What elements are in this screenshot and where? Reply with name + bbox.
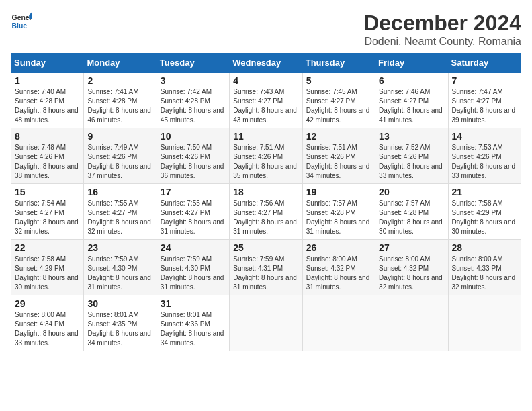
day-detail: Sunrise: 7:48 AMSunset: 4:26 PMDaylight:… xyxy=(15,143,80,181)
calendar-cell xyxy=(302,295,375,351)
calendar-week-row: 29 Sunrise: 8:00 AMSunset: 4:34 PMDaylig… xyxy=(11,295,521,351)
day-detail: Sunrise: 7:51 AMSunset: 4:26 PMDaylight:… xyxy=(233,143,298,181)
day-number: 24 xyxy=(161,242,226,253)
calendar-cell: 13 Sunrise: 7:52 AMSunset: 4:26 PMDaylig… xyxy=(375,128,448,184)
calendar-cell: 9 Sunrise: 7:49 AMSunset: 4:26 PMDayligh… xyxy=(84,128,157,184)
calendar-week-row: 15 Sunrise: 7:54 AMSunset: 4:27 PMDaylig… xyxy=(11,184,521,240)
day-number: 14 xyxy=(452,131,517,142)
day-number: 6 xyxy=(379,75,444,86)
calendar-cell: 25 Sunrise: 7:59 AMSunset: 4:31 PMDaylig… xyxy=(230,240,302,295)
day-number: 25 xyxy=(233,242,298,253)
day-number: 12 xyxy=(306,131,371,142)
day-detail: Sunrise: 7:40 AMSunset: 4:28 PMDaylight:… xyxy=(15,87,80,125)
calendar-cell: 15 Sunrise: 7:54 AMSunset: 4:27 PMDaylig… xyxy=(11,184,84,240)
calendar-header-monday: Monday xyxy=(84,54,157,73)
day-number: 30 xyxy=(87,298,152,309)
calendar-cell: 3 Sunrise: 7:42 AMSunset: 4:28 PMDayligh… xyxy=(157,73,229,128)
day-number: 5 xyxy=(306,75,371,86)
calendar-header-thursday: Thursday xyxy=(302,54,375,73)
calendar-cell: 22 Sunrise: 7:58 AMSunset: 4:29 PMDaylig… xyxy=(11,240,84,295)
calendar-cell: 14 Sunrise: 7:53 AMSunset: 4:26 PMDaylig… xyxy=(448,128,521,184)
calendar-cell xyxy=(448,295,521,351)
day-detail: Sunrise: 7:57 AMSunset: 4:28 PMDaylight:… xyxy=(306,199,371,236)
calendar-cell: 12 Sunrise: 7:51 AMSunset: 4:26 PMDaylig… xyxy=(302,128,375,184)
calendar-cell: 5 Sunrise: 7:45 AMSunset: 4:27 PMDayligh… xyxy=(302,73,375,128)
calendar-cell xyxy=(230,295,302,351)
day-number: 8 xyxy=(15,131,80,142)
location-title: Dodeni, Neamt County, Romania xyxy=(363,36,521,48)
calendar-header-friday: Friday xyxy=(375,54,448,73)
calendar-cell: 28 Sunrise: 8:00 AMSunset: 4:33 PMDaylig… xyxy=(448,240,521,295)
day-detail: Sunrise: 8:01 AMSunset: 4:35 PMDaylight:… xyxy=(87,310,152,348)
day-number: 9 xyxy=(87,131,152,142)
day-number: 11 xyxy=(233,131,298,142)
calendar-cell: 20 Sunrise: 7:57 AMSunset: 4:28 PMDaylig… xyxy=(375,184,448,240)
calendar-cell: 10 Sunrise: 7:50 AMSunset: 4:26 PMDaylig… xyxy=(157,128,229,184)
calendar-table: SundayMondayTuesdayWednesdayThursdayFrid… xyxy=(11,53,521,351)
day-number: 26 xyxy=(306,242,371,253)
calendar-cell: 29 Sunrise: 8:00 AMSunset: 4:34 PMDaylig… xyxy=(11,295,84,351)
page-header: General Blue December 2024 Dodeni, Neamt… xyxy=(11,11,521,48)
day-detail: Sunrise: 8:00 AMSunset: 4:33 PMDaylight:… xyxy=(452,255,517,292)
day-detail: Sunrise: 7:50 AMSunset: 4:26 PMDaylight:… xyxy=(161,143,226,181)
calendar-cell: 6 Sunrise: 7:46 AMSunset: 4:27 PMDayligh… xyxy=(375,73,448,128)
calendar-cell: 19 Sunrise: 7:57 AMSunset: 4:28 PMDaylig… xyxy=(302,184,375,240)
day-detail: Sunrise: 7:58 AMSunset: 4:29 PMDaylight:… xyxy=(452,199,517,236)
day-number: 4 xyxy=(233,75,298,86)
day-detail: Sunrise: 7:55 AMSunset: 4:27 PMDaylight:… xyxy=(87,199,152,236)
day-number: 27 xyxy=(379,242,444,253)
day-detail: Sunrise: 7:51 AMSunset: 4:26 PMDaylight:… xyxy=(306,143,371,181)
month-title: December 2024 xyxy=(363,11,521,36)
day-detail: Sunrise: 8:00 AMSunset: 4:34 PMDaylight:… xyxy=(15,310,80,348)
day-number: 20 xyxy=(379,187,444,197)
day-detail: Sunrise: 7:49 AMSunset: 4:26 PMDaylight:… xyxy=(87,143,152,181)
day-detail: Sunrise: 7:55 AMSunset: 4:27 PMDaylight:… xyxy=(161,199,226,236)
day-detail: Sunrise: 8:00 AMSunset: 4:32 PMDaylight:… xyxy=(306,255,371,292)
day-detail: Sunrise: 7:59 AMSunset: 4:30 PMDaylight:… xyxy=(87,255,152,292)
day-number: 22 xyxy=(15,242,80,253)
day-detail: Sunrise: 7:43 AMSunset: 4:27 PMDaylight:… xyxy=(233,87,298,125)
day-number: 23 xyxy=(87,242,152,253)
day-detail: Sunrise: 7:53 AMSunset: 4:26 PMDaylight:… xyxy=(452,143,517,181)
day-detail: Sunrise: 7:52 AMSunset: 4:26 PMDaylight:… xyxy=(379,143,444,181)
day-number: 15 xyxy=(15,187,80,197)
calendar-cell: 27 Sunrise: 8:00 AMSunset: 4:32 PMDaylig… xyxy=(375,240,448,295)
calendar-cell: 17 Sunrise: 7:55 AMSunset: 4:27 PMDaylig… xyxy=(157,184,229,240)
calendar-header-tuesday: Tuesday xyxy=(157,54,229,73)
day-detail: Sunrise: 7:59 AMSunset: 4:30 PMDaylight:… xyxy=(161,255,226,292)
calendar-header-saturday: Saturday xyxy=(448,54,521,73)
calendar-cell: 11 Sunrise: 7:51 AMSunset: 4:26 PMDaylig… xyxy=(230,128,302,184)
svg-marker-2 xyxy=(29,12,32,19)
calendar-cell: 2 Sunrise: 7:41 AMSunset: 4:28 PMDayligh… xyxy=(84,73,157,128)
day-number: 31 xyxy=(161,298,226,309)
day-number: 13 xyxy=(379,131,444,142)
calendar-cell: 31 Sunrise: 8:01 AMSunset: 4:36 PMDaylig… xyxy=(157,295,229,351)
calendar-cell xyxy=(375,295,448,351)
calendar-week-row: 8 Sunrise: 7:48 AMSunset: 4:26 PMDayligh… xyxy=(11,128,521,184)
day-detail: Sunrise: 7:54 AMSunset: 4:27 PMDaylight:… xyxy=(15,199,80,236)
day-detail: Sunrise: 7:47 AMSunset: 4:27 PMDaylight:… xyxy=(452,87,517,125)
calendar-cell: 24 Sunrise: 7:59 AMSunset: 4:30 PMDaylig… xyxy=(157,240,229,295)
day-detail: Sunrise: 7:59 AMSunset: 4:31 PMDaylight:… xyxy=(233,255,298,292)
calendar-cell: 1 Sunrise: 7:40 AMSunset: 4:28 PMDayligh… xyxy=(11,73,84,128)
day-number: 29 xyxy=(15,298,80,309)
svg-text:Blue: Blue xyxy=(12,22,28,30)
day-detail: Sunrise: 7:46 AMSunset: 4:27 PMDaylight:… xyxy=(379,87,444,125)
day-number: 19 xyxy=(306,187,371,197)
calendar-cell: 8 Sunrise: 7:48 AMSunset: 4:26 PMDayligh… xyxy=(11,128,84,184)
day-detail: Sunrise: 7:56 AMSunset: 4:27 PMDaylight:… xyxy=(233,199,298,236)
day-number: 10 xyxy=(161,131,226,142)
calendar-week-row: 1 Sunrise: 7:40 AMSunset: 4:28 PMDayligh… xyxy=(11,73,521,128)
title-section: December 2024 Dodeni, Neamt County, Roma… xyxy=(363,11,521,48)
calendar-header-row: SundayMondayTuesdayWednesdayThursdayFrid… xyxy=(11,54,521,73)
calendar-cell: 18 Sunrise: 7:56 AMSunset: 4:27 PMDaylig… xyxy=(230,184,302,240)
calendar-cell: 7 Sunrise: 7:47 AMSunset: 4:27 PMDayligh… xyxy=(448,73,521,128)
day-number: 3 xyxy=(161,75,226,86)
calendar-header-wednesday: Wednesday xyxy=(230,54,302,73)
calendar-cell: 4 Sunrise: 7:43 AMSunset: 4:27 PMDayligh… xyxy=(230,73,302,128)
day-number: 21 xyxy=(452,187,517,197)
day-number: 28 xyxy=(452,242,517,253)
day-detail: Sunrise: 8:00 AMSunset: 4:32 PMDaylight:… xyxy=(379,255,444,292)
day-number: 2 xyxy=(87,75,152,86)
calendar-cell: 21 Sunrise: 7:58 AMSunset: 4:29 PMDaylig… xyxy=(448,184,521,240)
